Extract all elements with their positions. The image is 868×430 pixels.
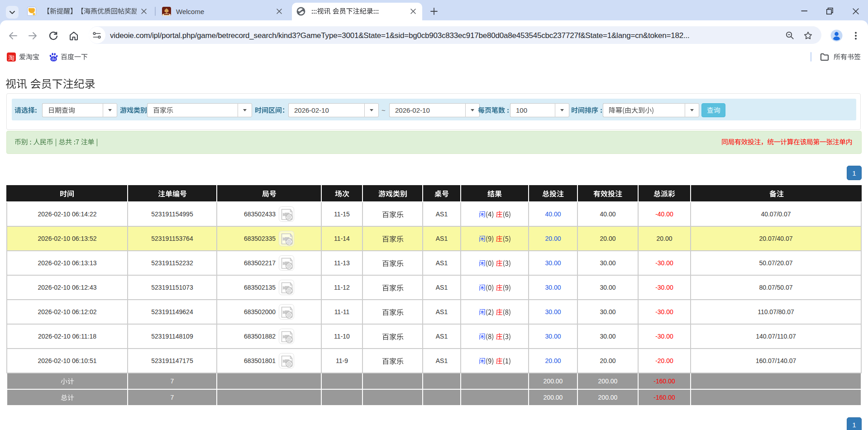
svg-text:du: du [52, 57, 56, 61]
